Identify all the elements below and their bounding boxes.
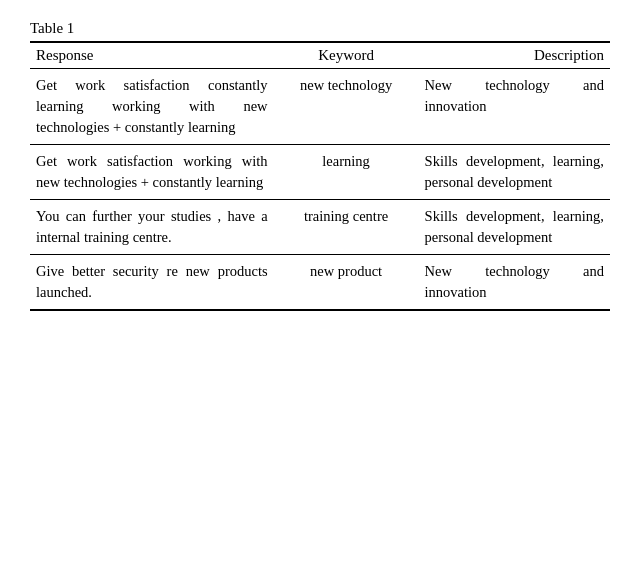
table-row: Get work satisfaction working with new t… (30, 145, 610, 200)
table-row: You can further your studies , have a in… (30, 200, 610, 255)
cell-keyword-1: learning (274, 145, 419, 200)
main-table: Response Keyword Description Get work sa… (30, 41, 610, 311)
cell-description-3: New technology and innovation (419, 255, 610, 311)
table-header-row: Response Keyword Description (30, 42, 610, 69)
table-row: Give better security re new products lau… (30, 255, 610, 311)
cell-description-1: Skills development, learning, personal d… (419, 145, 610, 200)
table-title: Table 1 (30, 20, 610, 37)
cell-keyword-2: training centre (274, 200, 419, 255)
column-header-keyword: Keyword (274, 42, 419, 69)
column-header-description: Description (419, 42, 610, 69)
cell-response-2: You can further your studies , have a in… (30, 200, 274, 255)
cell-response-0: Get work satisfaction constantly learnin… (30, 69, 274, 145)
cell-response-1: Get work satisfaction working with new t… (30, 145, 274, 200)
cell-keyword-3: new product (274, 255, 419, 311)
cell-description-0: New technology and innovation (419, 69, 610, 145)
cell-description-2: Skills development, learning, personal d… (419, 200, 610, 255)
cell-response-3: Give better security re new products lau… (30, 255, 274, 311)
cell-keyword-0: new technology (274, 69, 419, 145)
table-row: Get work satisfaction constantly learnin… (30, 69, 610, 145)
column-header-response: Response (30, 42, 274, 69)
